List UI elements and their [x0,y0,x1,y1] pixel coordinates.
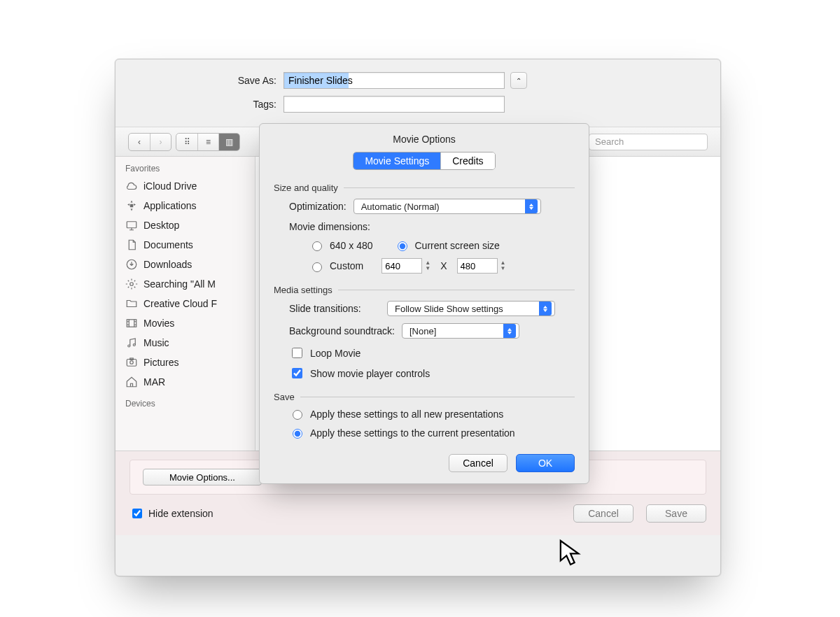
grid-icon: ⠿ [184,137,190,147]
sidebar-item-label: Searching "All M [144,278,216,290]
svg-rect-0 [127,222,136,228]
search-input[interactable]: Search [589,134,708,150]
hide-extension-checkbox[interactable]: Hide extension [130,506,214,520]
stepper-arrows-icon[interactable]: ▲▼ [425,260,430,271]
radio-current-screen[interactable] [398,241,407,251]
tags-input[interactable] [284,96,505,113]
sidebar-devices-header: Devices [115,392,255,411]
gear-icon [125,278,138,290]
sidebar-item-documents[interactable]: Documents [115,235,255,255]
forward-button[interactable]: › [150,134,171,150]
sidebar-item-label: Movies [144,318,174,329]
radio-apply-current[interactable] [293,429,302,439]
sidebar-item-mar[interactable]: MAR [115,372,255,392]
movie-options-button[interactable]: Movie Options... [143,469,262,485]
sidebar-item-label: Documents [144,239,193,250]
sidebar-item-movies[interactable]: Movies [115,313,255,333]
sidebar-item-applications[interactable]: Applications [115,196,255,215]
select-caret-icon [525,199,538,213]
tab-credits[interactable]: Credits [440,153,494,169]
svg-rect-6 [127,360,136,367]
chevron-up-icon: ⌃ [516,77,522,85]
radio-current-screen-label: Current screen size [415,240,500,251]
svg-point-7 [130,361,134,364]
sidebar-item-icloud[interactable]: iCloud Drive [115,176,255,196]
nav-back-forward: ‹ › [128,133,172,151]
radio-apply-current-label: Apply these settings to the current pres… [310,427,515,439]
dialog-cancel-button[interactable]: Cancel [573,504,634,523]
sidebar-item-label: Pictures [144,357,179,368]
view-columns-button[interactable]: ▥ [218,134,239,150]
sidebar-item-music[interactable]: Music [115,333,255,353]
sidebar-item-label: Music [144,337,169,348]
sheet-cancel-button[interactable]: Cancel [449,454,507,472]
sidebar-item-label: iCloud Drive [144,180,197,192]
section-media-header: Media settings [274,285,332,295]
list-icon: ≡ [206,137,211,147]
apps-icon [125,199,138,212]
view-mode-switcher: ⠿ ≡ ▥ [176,133,240,151]
show-controls-input[interactable] [292,368,302,378]
sidebar-favorites-header: Favorites [115,157,255,176]
optimization-value: Automatic (Normal) [357,201,444,212]
view-icons-button[interactable]: ⠿ [176,134,197,150]
radio-custom[interactable] [312,262,322,272]
custom-width-input[interactable] [382,258,422,274]
tab-movie-settings[interactable]: Movie Settings [354,153,440,169]
optimization-label: Optimization: [289,201,346,212]
sidebar-item-desktop[interactable]: Desktop [115,215,255,235]
loop-movie-label: Loop Movie [310,348,360,359]
save-dialog-header: Save As: ⌃ Tags: [115,59,720,127]
save-as-label: Save As: [144,75,284,86]
back-button[interactable]: ‹ [129,134,150,150]
sidebar-item-label: Downloads [144,259,192,270]
radio-apply-all-label: Apply these settings to all new presenta… [310,409,503,420]
section-size-quality-header: Size and quality [274,183,338,193]
download-icon [125,258,138,271]
sidebar-item-searching[interactable]: Searching "All M [115,274,255,294]
svg-point-2 [130,283,134,286]
sidebar-item-pictures[interactable]: Pictures [115,353,255,372]
svg-rect-3 [127,320,136,327]
finder-sidebar: Favorites iCloud Drive Applications Desk… [115,157,255,451]
svg-point-4 [128,345,130,347]
expand-collapse-button[interactable]: ⌃ [510,72,527,89]
stepper-arrows-icon[interactable]: ▲▼ [500,260,506,271]
movie-options-sheet: Movie Options Movie Settings Credits Siz… [259,123,589,484]
show-controls-checkbox[interactable]: Show movie player controls [289,366,575,381]
radio-640x480[interactable] [312,241,322,251]
custom-x-label: X [440,260,447,271]
view-list-button[interactable]: ≡ [197,134,218,150]
dimensions-label: Movie dimensions: [289,221,370,232]
sheet-ok-button[interactable]: OK [516,454,575,472]
select-caret-icon [539,302,552,315]
dialog-save-button[interactable]: Save [646,504,706,523]
sidebar-item-downloads[interactable]: Downloads [115,255,255,274]
soundtrack-select[interactable]: [None] [402,323,519,339]
folder-icon [125,297,138,310]
music-icon [125,336,138,349]
optimization-select[interactable]: Automatic (Normal) [354,199,541,214]
save-as-input[interactable] [284,72,505,89]
sidebar-item-creative-cloud[interactable]: Creative Cloud F [115,294,255,313]
sidebar-item-label: Creative Cloud F [144,298,217,309]
radio-640x480-label: 640 x 480 [330,240,373,251]
transitions-select[interactable]: Follow Slide Show settings [387,301,555,316]
loop-movie-input[interactable] [292,348,302,358]
svg-point-5 [133,344,135,346]
chevron-left-icon: ‹ [138,137,141,147]
hide-extension-label: Hide extension [148,508,214,519]
soundtrack-value: [None] [405,326,440,336]
soundtrack-label: Background soundtrack: [289,325,395,336]
radio-apply-all[interactable] [293,410,302,420]
columns-icon: ▥ [225,137,233,147]
transitions-label: Slide transitions: [289,303,380,314]
document-icon [125,239,138,251]
transitions-value: Follow Slide Show settings [391,304,507,314]
sheet-tabs: Movie Settings Credits [353,152,495,170]
loop-movie-checkbox[interactable]: Loop Movie [289,346,575,360]
custom-height-input[interactable] [457,258,498,274]
select-caret-icon [503,324,516,338]
section-save-header: Save [274,392,295,402]
hide-extension-input[interactable] [132,509,142,518]
